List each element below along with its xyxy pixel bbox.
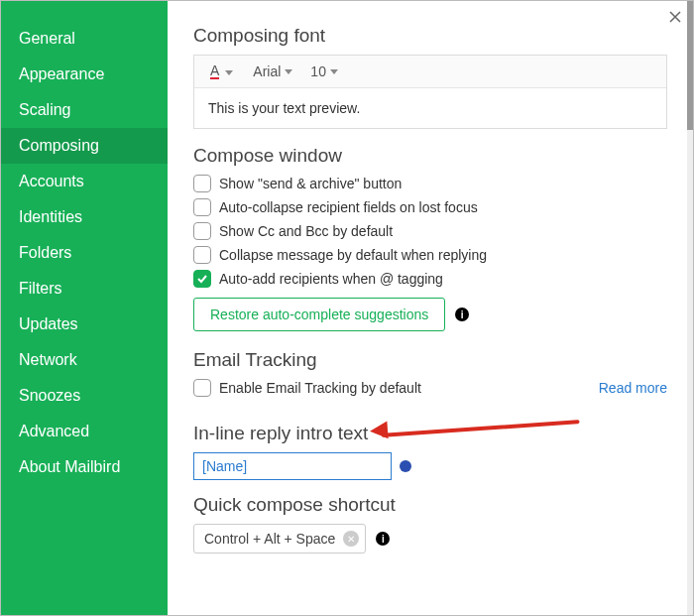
sidebar-item-updates[interactable]: Updates <box>1 307 168 342</box>
restore-row: Restore auto-complete suggestions i <box>193 298 667 331</box>
sidebar-item-advanced[interactable]: Advanced <box>1 414 168 449</box>
font-color-icon: A <box>210 63 219 79</box>
font-size-value: 10 <box>310 63 326 79</box>
section-title-compose-window: Compose window <box>193 145 667 167</box>
option-label: Auto-collapse recipient fields on lost f… <box>219 199 478 215</box>
option-cc-bcc: Show Cc and Bcc by default <box>193 222 667 240</box>
sidebar-item-folders[interactable]: Folders <box>1 235 168 271</box>
main-panel: Composing font A Arial 10 This is your t… <box>168 1 693 615</box>
scrollbar-track[interactable] <box>687 1 693 615</box>
inline-reply-input[interactable] <box>193 452 392 480</box>
sidebar-item-network[interactable]: Network <box>1 342 168 378</box>
font-size-select[interactable]: 10 <box>306 62 342 81</box>
chevron-down-icon <box>285 69 292 74</box>
info-icon[interactable]: i <box>376 532 390 546</box>
sidebar-item-scaling[interactable]: Scaling <box>1 92 168 128</box>
section-title-composing-font: Composing font <box>193 25 667 47</box>
read-more-link[interactable]: Read more <box>599 380 667 396</box>
sidebar-item-identities[interactable]: Identities <box>1 199 168 235</box>
info-icon[interactable]: i <box>455 308 469 321</box>
check-icon <box>196 273 208 285</box>
checkbox-cc-bcc[interactable] <box>193 222 211 240</box>
font-family-select[interactable]: Arial <box>249 62 296 81</box>
option-auto-collapse: Auto-collapse recipient fields on lost f… <box>193 198 667 216</box>
section-title-quick-compose: Quick compose shortcut <box>193 494 667 516</box>
color-dot-icon[interactable] <box>400 460 411 472</box>
scrollbar-thumb[interactable] <box>687 1 693 130</box>
sidebar-item-composing[interactable]: Composing <box>1 128 168 164</box>
sidebar-item-snoozes[interactable]: Snoozes <box>1 378 168 414</box>
sidebar-item-about[interactable]: About Mailbird <box>1 449 168 485</box>
option-label: Show "send & archive" button <box>219 176 402 191</box>
sidebar-item-appearance[interactable]: Appearance <box>1 57 168 92</box>
font-box: A Arial 10 This is your text preview. <box>193 55 667 129</box>
shortcut-value: Control + Alt + Space <box>204 531 335 547</box>
clear-shortcut-button[interactable]: ✕ <box>343 531 359 547</box>
option-label: Auto-add recipients when @ tagging <box>219 271 443 287</box>
section-title-email-tracking: Email Tracking <box>193 349 667 371</box>
sidebar: General Appearance Scaling Composing Acc… <box>1 1 168 615</box>
inline-reply-row <box>193 452 667 480</box>
option-collapse-reply: Collapse message by default when replyin… <box>193 246 667 264</box>
sidebar-item-filters[interactable]: Filters <box>1 271 168 307</box>
sidebar-item-accounts[interactable]: Accounts <box>1 164 168 199</box>
settings-window: General Appearance Scaling Composing Acc… <box>0 0 694 616</box>
option-label: Show Cc and Bcc by default <box>219 223 393 239</box>
quick-compose-row: Control + Alt + Space ✕ i <box>193 524 667 554</box>
checkbox-send-archive[interactable] <box>193 175 211 192</box>
shortcut-field[interactable]: Control + Alt + Space ✕ <box>193 524 366 554</box>
font-family-value: Arial <box>253 63 281 79</box>
checkbox-auto-collapse[interactable] <box>193 198 211 216</box>
font-color-picker[interactable]: A <box>204 63 239 79</box>
font-preview: This is your text preview. <box>194 88 666 128</box>
restore-autocomplete-button[interactable]: Restore auto-complete suggestions <box>193 298 445 331</box>
font-toolbar: A Arial 10 <box>194 56 666 88</box>
sidebar-item-general[interactable]: General <box>1 21 168 57</box>
section-title-inline-reply: In-line reply intro text <box>193 423 667 444</box>
chevron-down-icon <box>330 69 338 74</box>
chevron-down-icon <box>225 70 233 75</box>
option-label: Enable Email Tracking by default <box>219 380 421 396</box>
option-label: Collapse message by default when replyin… <box>219 247 487 263</box>
option-auto-add-recipients: Auto-add recipients when @ tagging <box>193 270 667 288</box>
option-send-archive: Show "send & archive" button <box>193 175 667 192</box>
checkbox-email-tracking[interactable] <box>193 379 211 397</box>
checkbox-auto-add-recipients[interactable] <box>193 270 211 288</box>
email-tracking-row: Enable Email Tracking by default Read mo… <box>193 379 667 397</box>
checkbox-collapse-reply[interactable] <box>193 246 211 264</box>
